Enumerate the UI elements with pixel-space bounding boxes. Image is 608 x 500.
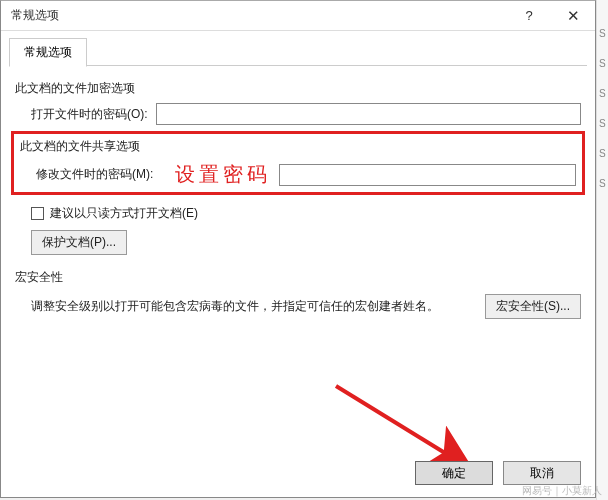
share-highlight-box: 此文档的文件共享选项 修改文件时的密码(M): 设置密码 bbox=[11, 131, 585, 195]
dialog-footer: 确定 取消 bbox=[415, 461, 581, 485]
readonly-label: 建议以只读方式打开文档(E) bbox=[50, 205, 198, 222]
help-button[interactable]: ? bbox=[507, 1, 551, 31]
dialog-title: 常规选项 bbox=[11, 7, 507, 24]
protect-document-button[interactable]: 保护文档(P)... bbox=[31, 230, 127, 255]
open-password-input[interactable] bbox=[156, 103, 581, 125]
cancel-button[interactable]: 取消 bbox=[503, 461, 581, 485]
general-options-dialog: 常规选项 ? ✕ 常规选项 此文档的文件加密选项 打开文件时的密码(O): 此文… bbox=[0, 0, 596, 498]
annotation-set-password: 设置密码 bbox=[175, 161, 271, 188]
svg-line-0 bbox=[336, 386, 471, 469]
close-button[interactable]: ✕ bbox=[551, 1, 595, 31]
macro-security-button[interactable]: 宏安全性(S)... bbox=[485, 294, 581, 319]
encrypt-section-label: 此文档的文件加密选项 bbox=[15, 80, 581, 97]
background-edge: SS SS SS bbox=[596, 0, 608, 500]
share-section-label: 此文档的文件共享选项 bbox=[20, 138, 576, 155]
tab-general[interactable]: 常规选项 bbox=[9, 38, 87, 67]
watermark: 网易号｜小莫新人 bbox=[522, 484, 602, 498]
open-password-label: 打开文件时的密码(O): bbox=[31, 106, 148, 123]
macro-description: 调整安全级别以打开可能包含宏病毒的文件，并指定可信任的宏创建者姓名。 bbox=[31, 298, 473, 315]
tab-strip: 常规选项 bbox=[1, 31, 595, 66]
ok-button[interactable]: 确定 bbox=[415, 461, 493, 485]
modify-password-label: 修改文件时的密码(M): bbox=[36, 166, 153, 183]
readonly-checkbox[interactable] bbox=[31, 207, 44, 220]
titlebar: 常规选项 ? ✕ bbox=[1, 1, 595, 31]
modify-password-input[interactable] bbox=[279, 164, 576, 186]
dialog-body: 此文档的文件加密选项 打开文件时的密码(O): 此文档的文件共享选项 修改文件时… bbox=[1, 66, 595, 329]
macro-section-label: 宏安全性 bbox=[15, 269, 581, 286]
